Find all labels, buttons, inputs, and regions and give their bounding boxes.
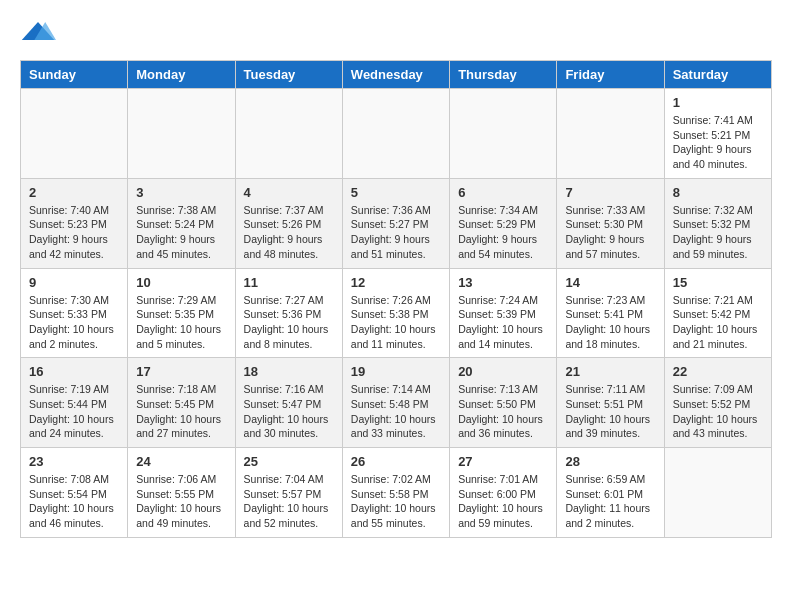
calendar-cell: 4Sunrise: 7:37 AM Sunset: 5:26 PM Daylig… [235,178,342,268]
calendar-cell: 25Sunrise: 7:04 AM Sunset: 5:57 PM Dayli… [235,448,342,538]
calendar-cell: 13Sunrise: 7:24 AM Sunset: 5:39 PM Dayli… [450,268,557,358]
day-info: Sunrise: 7:19 AM Sunset: 5:44 PM Dayligh… [29,382,119,441]
day-header-thursday: Thursday [450,61,557,89]
day-number: 7 [565,185,655,200]
day-info: Sunrise: 7:38 AM Sunset: 5:24 PM Dayligh… [136,203,226,262]
day-number: 19 [351,364,441,379]
calendar-header-row: SundayMondayTuesdayWednesdayThursdayFrid… [21,61,772,89]
day-number: 11 [244,275,334,290]
calendar-cell: 19Sunrise: 7:14 AM Sunset: 5:48 PM Dayli… [342,358,449,448]
day-info: Sunrise: 7:26 AM Sunset: 5:38 PM Dayligh… [351,293,441,352]
day-info: Sunrise: 7:01 AM Sunset: 6:00 PM Dayligh… [458,472,548,531]
day-info: Sunrise: 7:34 AM Sunset: 5:29 PM Dayligh… [458,203,548,262]
day-number: 18 [244,364,334,379]
day-info: Sunrise: 7:36 AM Sunset: 5:27 PM Dayligh… [351,203,441,262]
day-number: 22 [673,364,763,379]
day-info: Sunrise: 7:30 AM Sunset: 5:33 PM Dayligh… [29,293,119,352]
logo [20,20,60,44]
calendar-week-row: 2Sunrise: 7:40 AM Sunset: 5:23 PM Daylig… [21,178,772,268]
calendar-week-row: 23Sunrise: 7:08 AM Sunset: 5:54 PM Dayli… [21,448,772,538]
calendar-cell: 12Sunrise: 7:26 AM Sunset: 5:38 PM Dayli… [342,268,449,358]
calendar-table: SundayMondayTuesdayWednesdayThursdayFrid… [20,60,772,538]
day-info: Sunrise: 7:04 AM Sunset: 5:57 PM Dayligh… [244,472,334,531]
day-info: Sunrise: 7:24 AM Sunset: 5:39 PM Dayligh… [458,293,548,352]
day-number: 6 [458,185,548,200]
calendar-cell: 15Sunrise: 7:21 AM Sunset: 5:42 PM Dayli… [664,268,771,358]
calendar-cell: 21Sunrise: 7:11 AM Sunset: 5:51 PM Dayli… [557,358,664,448]
day-header-saturday: Saturday [664,61,771,89]
calendar-cell: 26Sunrise: 7:02 AM Sunset: 5:58 PM Dayli… [342,448,449,538]
calendar-week-row: 16Sunrise: 7:19 AM Sunset: 5:44 PM Dayli… [21,358,772,448]
day-number: 26 [351,454,441,469]
calendar-cell: 18Sunrise: 7:16 AM Sunset: 5:47 PM Dayli… [235,358,342,448]
day-number: 1 [673,95,763,110]
calendar-cell: 1Sunrise: 7:41 AM Sunset: 5:21 PM Daylig… [664,89,771,179]
day-number: 3 [136,185,226,200]
calendar-cell: 8Sunrise: 7:32 AM Sunset: 5:32 PM Daylig… [664,178,771,268]
day-number: 14 [565,275,655,290]
day-number: 13 [458,275,548,290]
calendar-cell: 20Sunrise: 7:13 AM Sunset: 5:50 PM Dayli… [450,358,557,448]
calendar-cell: 11Sunrise: 7:27 AM Sunset: 5:36 PM Dayli… [235,268,342,358]
calendar-cell: 5Sunrise: 7:36 AM Sunset: 5:27 PM Daylig… [342,178,449,268]
calendar-cell [557,89,664,179]
day-number: 4 [244,185,334,200]
day-number: 28 [565,454,655,469]
day-info: Sunrise: 7:27 AM Sunset: 5:36 PM Dayligh… [244,293,334,352]
day-info: Sunrise: 7:02 AM Sunset: 5:58 PM Dayligh… [351,472,441,531]
day-number: 10 [136,275,226,290]
day-info: Sunrise: 7:21 AM Sunset: 5:42 PM Dayligh… [673,293,763,352]
calendar-cell: 24Sunrise: 7:06 AM Sunset: 5:55 PM Dayli… [128,448,235,538]
day-header-tuesday: Tuesday [235,61,342,89]
day-info: Sunrise: 7:29 AM Sunset: 5:35 PM Dayligh… [136,293,226,352]
calendar-week-row: 9Sunrise: 7:30 AM Sunset: 5:33 PM Daylig… [21,268,772,358]
calendar-cell: 3Sunrise: 7:38 AM Sunset: 5:24 PM Daylig… [128,178,235,268]
day-number: 20 [458,364,548,379]
calendar-cell: 28Sunrise: 6:59 AM Sunset: 6:01 PM Dayli… [557,448,664,538]
calendar-cell: 16Sunrise: 7:19 AM Sunset: 5:44 PM Dayli… [21,358,128,448]
day-number: 8 [673,185,763,200]
day-info: Sunrise: 7:18 AM Sunset: 5:45 PM Dayligh… [136,382,226,441]
day-info: Sunrise: 7:41 AM Sunset: 5:21 PM Dayligh… [673,113,763,172]
day-number: 25 [244,454,334,469]
day-header-wednesday: Wednesday [342,61,449,89]
calendar-cell [342,89,449,179]
day-info: Sunrise: 6:59 AM Sunset: 6:01 PM Dayligh… [565,472,655,531]
day-number: 24 [136,454,226,469]
calendar-cell: 2Sunrise: 7:40 AM Sunset: 5:23 PM Daylig… [21,178,128,268]
day-info: Sunrise: 7:14 AM Sunset: 5:48 PM Dayligh… [351,382,441,441]
page-header [20,20,772,44]
calendar-cell: 22Sunrise: 7:09 AM Sunset: 5:52 PM Dayli… [664,358,771,448]
day-info: Sunrise: 7:23 AM Sunset: 5:41 PM Dayligh… [565,293,655,352]
calendar-cell: 9Sunrise: 7:30 AM Sunset: 5:33 PM Daylig… [21,268,128,358]
calendar-cell [21,89,128,179]
day-info: Sunrise: 7:09 AM Sunset: 5:52 PM Dayligh… [673,382,763,441]
calendar-week-row: 1Sunrise: 7:41 AM Sunset: 5:21 PM Daylig… [21,89,772,179]
day-header-friday: Friday [557,61,664,89]
calendar-cell: 27Sunrise: 7:01 AM Sunset: 6:00 PM Dayli… [450,448,557,538]
day-info: Sunrise: 7:37 AM Sunset: 5:26 PM Dayligh… [244,203,334,262]
day-info: Sunrise: 7:08 AM Sunset: 5:54 PM Dayligh… [29,472,119,531]
day-number: 5 [351,185,441,200]
calendar-cell [128,89,235,179]
day-number: 12 [351,275,441,290]
calendar-cell: 6Sunrise: 7:34 AM Sunset: 5:29 PM Daylig… [450,178,557,268]
day-number: 23 [29,454,119,469]
day-info: Sunrise: 7:11 AM Sunset: 5:51 PM Dayligh… [565,382,655,441]
day-header-monday: Monday [128,61,235,89]
day-number: 15 [673,275,763,290]
day-info: Sunrise: 7:16 AM Sunset: 5:47 PM Dayligh… [244,382,334,441]
logo-icon [20,20,56,44]
calendar-cell: 17Sunrise: 7:18 AM Sunset: 5:45 PM Dayli… [128,358,235,448]
calendar-cell [664,448,771,538]
day-info: Sunrise: 7:06 AM Sunset: 5:55 PM Dayligh… [136,472,226,531]
day-number: 17 [136,364,226,379]
calendar-cell: 10Sunrise: 7:29 AM Sunset: 5:35 PM Dayli… [128,268,235,358]
day-number: 21 [565,364,655,379]
day-info: Sunrise: 7:13 AM Sunset: 5:50 PM Dayligh… [458,382,548,441]
calendar-cell: 7Sunrise: 7:33 AM Sunset: 5:30 PM Daylig… [557,178,664,268]
day-info: Sunrise: 7:40 AM Sunset: 5:23 PM Dayligh… [29,203,119,262]
day-number: 2 [29,185,119,200]
day-header-sunday: Sunday [21,61,128,89]
day-info: Sunrise: 7:32 AM Sunset: 5:32 PM Dayligh… [673,203,763,262]
